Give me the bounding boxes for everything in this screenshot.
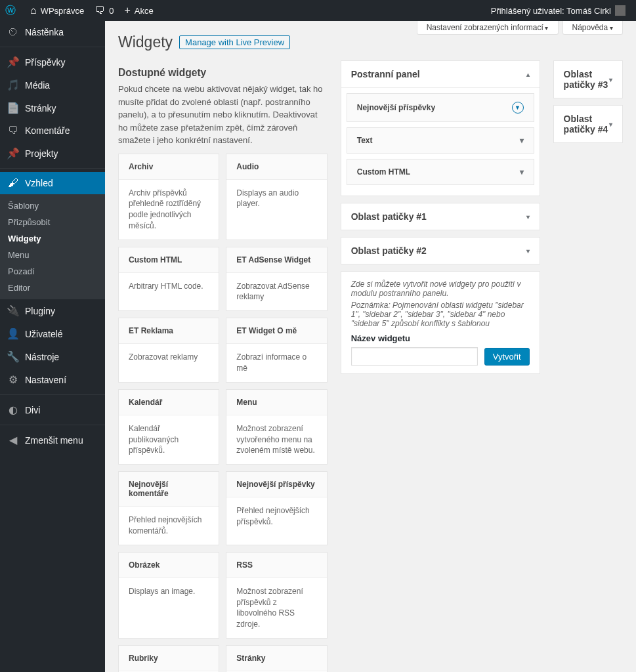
chevron-down-icon: ▾ xyxy=(520,167,524,177)
menu-collapse[interactable]: ◀Zmenšit menu xyxy=(0,429,105,452)
collapse-icon: ◀ xyxy=(7,434,20,446)
chevron-down-icon: ▾ xyxy=(526,247,530,255)
dashboard-icon: ⏲ xyxy=(7,26,20,38)
content-area: Nastavení zobrazených informací Nápověda… xyxy=(105,21,636,672)
available-widget[interactable]: Nejnovější komentářePřehled nejnovějších… xyxy=(118,471,219,545)
wordpress-icon: ⓦ xyxy=(5,4,16,18)
user-icon: 👤 xyxy=(7,327,20,340)
placed-widget[interactable]: Text▾ xyxy=(347,127,534,154)
new-label: Akce xyxy=(135,6,154,16)
widget-desc: Zobrazí informace o mě xyxy=(226,344,326,382)
available-widget[interactable]: ObrázekDisplays an image. xyxy=(118,552,219,639)
admin-sidebar: ⏲Nástěnka 📌Příspěvky 🎵Média 📄Stránky 🗨Ko… xyxy=(0,21,105,672)
pin-icon: 📌 xyxy=(7,56,20,68)
available-widget[interactable]: AudioDisplays an audio player. xyxy=(226,154,327,240)
plugin-icon: 🔌 xyxy=(7,304,20,317)
chevron-up-icon: ▴ xyxy=(526,71,530,78)
menu-media[interactable]: 🎵Média xyxy=(0,74,105,96)
sub-background[interactable]: Pozadí xyxy=(0,263,105,280)
media-icon: 🎵 xyxy=(7,79,20,91)
area-footer4: Oblast patičky #4 ▾ xyxy=(553,105,623,143)
create-button[interactable]: Vytvořit xyxy=(484,348,530,366)
home-icon: ⌂ xyxy=(30,5,37,16)
area-footer4-header[interactable]: Oblast patičky #4 ▾ xyxy=(554,106,622,142)
available-widgets-heading: Dostupné widgety xyxy=(118,67,328,79)
live-preview-button[interactable]: Manage with Live Preview xyxy=(179,35,290,49)
comments-link[interactable]: 🗨0 xyxy=(89,0,119,21)
available-widget[interactable]: ET Widget O měZobrazí informace o mě xyxy=(226,318,327,383)
available-widget[interactable]: KalendářKalendář publikovaných příspěvků… xyxy=(118,389,219,465)
sub-themes[interactable]: Šablony xyxy=(0,198,105,214)
available-widget[interactable]: ET ReklamaZobrazovat reklamy xyxy=(118,318,219,383)
menu-projects[interactable]: 📌Projekty xyxy=(0,142,105,165)
widget-title: Kalendář xyxy=(119,390,219,415)
area-footer3: Oblast patičky #3 ▾ xyxy=(553,60,623,98)
brush-icon: 🖌 xyxy=(7,177,20,189)
widget-title: RSS xyxy=(226,553,326,578)
widget-desc: Displays an audio player. xyxy=(226,180,326,218)
widget-title: Audio xyxy=(226,154,326,180)
placed-widget-title: Nejnovější příspěvky xyxy=(357,103,435,112)
sub-editor[interactable]: Editor xyxy=(0,280,105,296)
widget-desc: Zobrazovat AdSense reklamy xyxy=(226,273,326,311)
placed-widget-title: Custom HTML xyxy=(357,167,410,177)
widget-title: ET AdSense Widget xyxy=(226,247,326,273)
widget-title: Stránky xyxy=(226,646,326,671)
widget-title: Archiv xyxy=(119,154,219,180)
widget-grid: ArchivArchiv příspěvků přehledně roztříd… xyxy=(118,154,328,673)
available-widget[interactable]: RSSMožnost zobrazení příspěvků z libovol… xyxy=(226,552,327,639)
widget-title: Obrázek xyxy=(119,553,219,578)
new-link[interactable]: +Akce xyxy=(119,0,158,21)
available-widget[interactable]: StránkyPřehled vytvořených stránek. xyxy=(226,645,327,672)
sub-menus[interactable]: Menu xyxy=(0,247,105,263)
pin-icon: 📌 xyxy=(7,147,20,159)
create-intro: Zde si můžete vytvořit nové widgety pro … xyxy=(351,280,530,298)
available-widget[interactable]: MenuMožnost zobrazení vytvořeného menu n… xyxy=(226,389,327,465)
area-primary-body: Nejnovější příspěvky▼Text▾Custom HTML▾ xyxy=(341,87,540,196)
widget-name-input[interactable] xyxy=(351,347,478,366)
widget-title: Nejnovější komentáře xyxy=(119,472,219,507)
menu-divi[interactable]: ◐Divi xyxy=(0,398,105,421)
wp-logo[interactable]: ⓦ xyxy=(0,0,25,21)
menu-pages[interactable]: 📄Stránky xyxy=(0,96,105,119)
chevron-down-icon: ▼ xyxy=(512,102,524,114)
widget-desc: Možnost zobrazení příspěvků z libovolnéh… xyxy=(226,578,326,638)
menu-plugins[interactable]: 🔌Pluginy xyxy=(0,299,105,322)
widget-desc: Zobrazovat reklamy xyxy=(119,344,219,371)
menu-posts[interactable]: 📌Příspěvky xyxy=(0,51,105,74)
menu-users[interactable]: 👤Uživatelé xyxy=(0,322,105,345)
area-footer1-header[interactable]: Oblast patičky #1 ▾ xyxy=(341,203,540,230)
menu-comments[interactable]: 🗨Komentáře xyxy=(0,119,105,142)
area-footer2-header[interactable]: Oblast patičky #2 ▾ xyxy=(341,238,540,264)
available-widget[interactable]: Nejnovější příspěvkyPřehled nejnovějších… xyxy=(226,471,327,545)
sub-widgets[interactable]: Widgety xyxy=(0,230,105,247)
available-widget[interactable]: RubrikyPřehled rubrik v podobě seznamu n… xyxy=(118,645,219,672)
menu-tools[interactable]: 🔧Nástroje xyxy=(0,345,105,368)
help-tab[interactable]: Nápověda xyxy=(562,21,624,35)
avatar xyxy=(615,5,625,16)
area-primary-header[interactable]: Postranní panel ▴ xyxy=(341,61,540,87)
area-primary: Postranní panel ▴ Nejnovější příspěvky▼T… xyxy=(341,60,540,196)
available-widget[interactable]: Custom HTMLArbitrary HTML code. xyxy=(118,247,219,312)
widget-title: Rubriky xyxy=(119,646,219,671)
available-widgets-desc: Pokud chcete na webu aktivovat nějaký wi… xyxy=(118,83,328,147)
available-widget[interactable]: ArchivArchiv příspěvků přehledně roztříd… xyxy=(118,154,219,240)
area-footer3-header[interactable]: Oblast patičky #3 ▾ xyxy=(554,61,622,98)
placed-widget[interactable]: Custom HTML▾ xyxy=(347,159,534,185)
menu-settings[interactable]: ⚙Nastavení xyxy=(0,368,105,391)
chevron-down-icon: ▾ xyxy=(520,136,524,145)
widget-title: Custom HTML xyxy=(119,247,219,273)
user-greeting[interactable]: Přihlášený uživatel: Tomáš Cirkl xyxy=(486,0,631,21)
comment-icon: 🗨 xyxy=(95,5,105,16)
comments-count: 0 xyxy=(109,6,114,16)
menu-dashboard[interactable]: ⏲Nástěnka xyxy=(0,21,105,43)
site-name: WPsprávce xyxy=(41,6,84,16)
screen-options-tab[interactable]: Nastavení zobrazených informací xyxy=(417,21,559,35)
site-link[interactable]: ⌂WPsprávce xyxy=(25,0,89,21)
admin-bar: ⓦ ⌂WPsprávce 🗨0 +Akce Přihlášený uživate… xyxy=(0,0,636,21)
settings-icon: ⚙ xyxy=(7,373,20,386)
placed-widget[interactable]: Nejnovější příspěvky▼ xyxy=(347,93,534,122)
menu-appearance[interactable]: 🖌Vzhled xyxy=(0,172,105,194)
available-widget[interactable]: ET AdSense WidgetZobrazovat AdSense rekl… xyxy=(226,247,327,312)
sub-customize[interactable]: Přizpůsobit xyxy=(0,214,105,230)
